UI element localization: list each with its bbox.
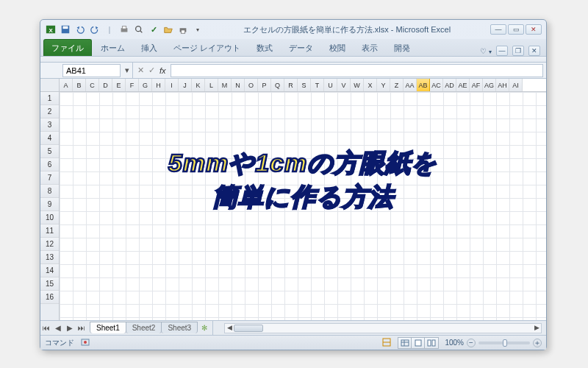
sheet-tab-Sheet2[interactable]: Sheet2 <box>126 322 162 333</box>
sheet-nav-1[interactable]: ◀ <box>52 324 64 332</box>
sheet-nav-3[interactable]: ⏭ <box>76 324 87 332</box>
col-header[interactable]: G <box>139 79 152 91</box>
help-dropdown-icon[interactable]: ♡ ▾ <box>480 47 492 55</box>
col-header[interactable]: P <box>258 79 271 91</box>
horizontal-scrollbar[interactable]: ◀ ▶ <box>224 323 542 333</box>
col-header[interactable]: F <box>126 79 139 91</box>
worksheet-grid[interactable]: 12345678910111213141516 ABCDEFGHIJKLMNOP… <box>40 79 546 320</box>
zoom-out-button[interactable]: − <box>467 339 476 347</box>
formula-input[interactable] <box>171 64 543 77</box>
name-box-dropdown-icon[interactable]: ▾ <box>122 66 132 75</box>
row-header[interactable]: 8 <box>40 185 59 198</box>
qat-dropdown-icon[interactable]: ▾ <box>192 24 204 35</box>
excel-icon[interactable]: X <box>45 24 57 35</box>
inner-close-button[interactable]: ✕ <box>528 46 540 56</box>
col-header[interactable]: R <box>284 79 298 91</box>
page-break-view-button[interactable] <box>425 338 438 348</box>
row-header[interactable]: 10 <box>40 211 59 224</box>
row-header[interactable]: 16 <box>40 291 59 304</box>
col-header[interactable]: E <box>112 79 126 91</box>
col-header[interactable]: Q <box>271 79 284 91</box>
tab-データ[interactable]: データ <box>282 40 320 56</box>
col-header[interactable]: AF <box>470 79 483 91</box>
col-header[interactable]: Y <box>377 79 390 91</box>
row-header[interactable]: 1 <box>40 92 59 105</box>
tab-ホーム[interactable]: ホーム <box>93 40 132 56</box>
col-header[interactable]: H <box>152 79 165 91</box>
row-header[interactable]: 6 <box>40 158 59 171</box>
tab-校閲[interactable]: 校閲 <box>322 40 353 56</box>
col-header[interactable]: T <box>311 79 324 91</box>
quickprint-icon[interactable] <box>118 24 130 35</box>
row-header[interactable]: 9 <box>40 198 59 211</box>
tab-数式[interactable]: 数式 <box>249 40 280 56</box>
tab-挿入[interactable]: 挿入 <box>134 40 165 56</box>
maximize-button[interactable]: ▭ <box>508 24 524 35</box>
close-button[interactable]: ✕ <box>526 24 542 35</box>
spellcheck-icon[interactable]: ✓ <box>148 24 159 35</box>
zoom-level[interactable]: 100% <box>445 339 464 347</box>
open-icon[interactable] <box>162 24 174 35</box>
col-header[interactable]: AG <box>483 79 496 91</box>
col-header[interactable]: S <box>298 79 311 91</box>
col-header[interactable]: M <box>218 79 232 91</box>
scroll-thumb[interactable] <box>234 325 263 332</box>
col-header[interactable]: AE <box>456 79 470 91</box>
col-header[interactable]: O <box>245 79 258 91</box>
zoom-slider[interactable] <box>478 342 530 344</box>
row-header[interactable]: 5 <box>40 145 59 158</box>
col-header[interactable]: L <box>205 79 218 91</box>
col-header[interactable]: W <box>351 79 364 91</box>
col-header[interactable]: U <box>324 79 337 91</box>
col-header[interactable]: B <box>73 79 86 91</box>
col-header[interactable]: D <box>99 79 112 91</box>
zoom-slider-thumb[interactable] <box>503 339 507 347</box>
col-header[interactable]: AB <box>417 79 430 91</box>
file-tab[interactable]: ファイル <box>43 39 92 56</box>
row-header[interactable]: 2 <box>40 105 59 118</box>
col-header[interactable]: AA <box>404 79 417 91</box>
ribbon-minimize-icon[interactable]: — <box>496 46 508 56</box>
col-header[interactable]: AI <box>509 79 523 91</box>
col-header[interactable]: J <box>179 79 192 91</box>
sheet-tab-Sheet3[interactable]: Sheet3 <box>161 322 198 333</box>
col-header[interactable]: AC <box>430 79 443 91</box>
minimize-button[interactable]: — <box>490 24 506 35</box>
row-header[interactable]: 7 <box>40 171 59 185</box>
row-header[interactable]: 13 <box>40 251 59 264</box>
cells-area[interactable]: 5mmや1cmの方眼紙を 簡単に作る方法 <box>60 92 546 320</box>
name-box[interactable]: AB41 <box>62 64 121 77</box>
save-icon[interactable] <box>60 24 71 35</box>
col-header[interactable]: C <box>86 79 99 91</box>
fx-icon[interactable]: fx <box>159 66 166 75</box>
col-header[interactable]: X <box>364 79 377 91</box>
tab-ページ レイアウト[interactable]: ページ レイアウト <box>166 40 248 56</box>
col-header[interactable]: I <box>165 79 179 91</box>
page-layout-view-button[interactable] <box>412 338 425 348</box>
row-header[interactable]: 3 <box>40 118 59 132</box>
scroll-right-icon[interactable]: ▶ <box>532 324 541 333</box>
col-header[interactable]: AH <box>496 79 509 91</box>
col-header[interactable]: Z <box>390 79 404 91</box>
col-header[interactable]: N <box>232 79 245 91</box>
row-header[interactable]: 15 <box>40 277 59 291</box>
row-header[interactable]: 11 <box>40 224 59 238</box>
sheet-tab-Sheet1[interactable]: Sheet1 <box>90 322 126 333</box>
zoom-in-button[interactable]: ＋ <box>533 339 542 347</box>
macro-record-icon[interactable] <box>80 337 90 349</box>
select-all-corner[interactable] <box>40 79 59 92</box>
col-header[interactable]: V <box>337 79 351 91</box>
col-header[interactable]: AD <box>443 79 456 91</box>
undo-icon[interactable] <box>74 24 86 35</box>
preview-icon[interactable] <box>133 24 145 35</box>
row-header[interactable]: 4 <box>40 132 59 145</box>
col-header[interactable]: K <box>192 79 205 91</box>
normal-view-button[interactable] <box>398 338 412 348</box>
inner-restore-button[interactable]: ❐ <box>512 46 524 56</box>
row-header[interactable]: 14 <box>40 264 59 277</box>
sheet-nav-2[interactable]: ▶ <box>64 324 76 332</box>
tab-開発[interactable]: 開発 <box>387 40 417 56</box>
row-header[interactable]: 12 <box>40 238 59 251</box>
redo-icon[interactable] <box>89 24 101 35</box>
new-sheet-icon[interactable]: ✻ <box>198 324 211 332</box>
